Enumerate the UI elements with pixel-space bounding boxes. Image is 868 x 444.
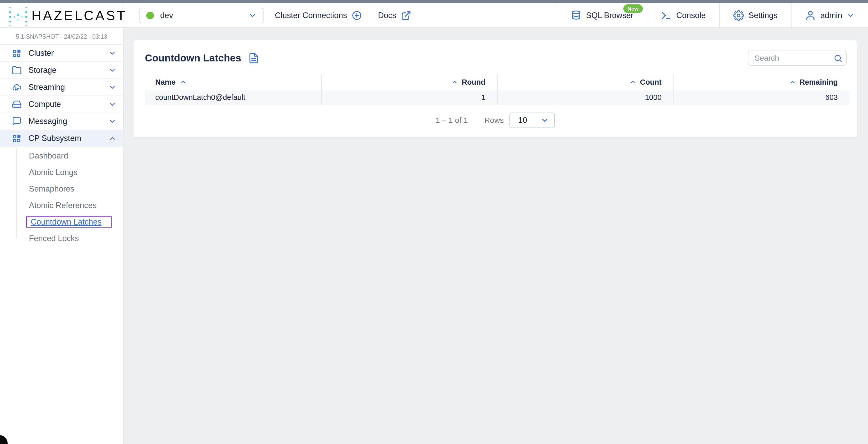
version-label: 5.1-SNAPSHOT - 24/02/22 - 03:13 (0, 28, 123, 45)
page-title: Countdown Latches (145, 53, 241, 64)
subitem-label: Fenced Locks (29, 234, 79, 243)
sort-asc-icon (451, 79, 458, 86)
table-header-row: Name Round Count Remaining (145, 74, 850, 90)
table-row[interactable]: countDownLatch0@default 1 1000 603 (145, 90, 850, 105)
subitem-label: Semaphores (29, 184, 74, 194)
sidebar-item-cluster[interactable]: Cluster (0, 45, 123, 62)
cp-subsystem-submenu: Dashboard Atomic Longs Semaphores Atomic… (0, 147, 123, 247)
chat-bubble-icon (12, 116, 22, 126)
settings-button[interactable]: Settings (719, 3, 791, 27)
grid-icon (12, 133, 22, 143)
sidebar-item-messaging[interactable]: Messaging (0, 113, 123, 130)
add-cluster-connection-icon[interactable] (351, 10, 362, 21)
sidebar-item-cp-subsystem[interactable]: CP Subsystem (0, 130, 123, 147)
column-header-round[interactable]: Round (321, 74, 497, 90)
cluster-status-dot (146, 12, 154, 20)
sidebar-subitem-countdown-latches[interactable]: Countdown Latches (0, 214, 123, 230)
sort-asc-icon (180, 79, 187, 86)
subitem-label: Atomic References (29, 201, 97, 210)
main-content: Countdown Latches Name Round (123, 28, 868, 444)
settings-label: Settings (749, 11, 778, 20)
sidebar-item-storage[interactable]: Storage (0, 62, 123, 79)
chevron-down-icon (108, 66, 116, 74)
external-link-icon (401, 10, 411, 21)
cluster-connections-link[interactable]: Cluster Connections (275, 10, 362, 21)
cluster-connections-label: Cluster Connections (275, 11, 347, 20)
cell-name: countDownLatch0@default (145, 90, 321, 105)
chevron-down-icon (108, 83, 116, 91)
sort-asc-icon (629, 79, 636, 86)
terminal-icon (661, 10, 672, 21)
cell-count: 1000 (497, 90, 674, 105)
chevron-down-icon (248, 11, 257, 20)
user-menu[interactable]: admin (791, 3, 868, 27)
sidebar-item-streaming[interactable]: Streaming (0, 79, 123, 96)
column-label: Round (462, 78, 486, 87)
chevron-down-icon (108, 100, 116, 108)
sql-browser-button[interactable]: SQL Browser New (557, 3, 647, 27)
column-header-remaining[interactable]: Remaining (674, 74, 850, 90)
column-label: Count (640, 78, 661, 87)
window-top-bar (0, 0, 868, 3)
hazelcast-logo-icon (7, 4, 29, 27)
cluster-selector-value: dev (160, 11, 173, 20)
logo-text: HAZELCAST (32, 8, 127, 23)
countdown-latches-card: Countdown Latches Name Round (133, 40, 857, 137)
rows-per-page-value: 10 (518, 116, 527, 125)
cell-round: 1 (321, 90, 497, 105)
search-icon[interactable] (834, 54, 842, 63)
console-label: Console (676, 11, 706, 20)
subitem-label: Dashboard (29, 151, 68, 161)
cell-remaining: 603 (674, 90, 850, 105)
sidebar-subitem-semaphores[interactable]: Semaphores (0, 181, 123, 197)
console-button[interactable]: Console (647, 3, 719, 27)
chevron-down-icon (847, 12, 855, 20)
hard-drive-icon (12, 99, 22, 109)
submenu-indent-guide (16, 148, 17, 239)
docs-label: Docs (378, 11, 396, 20)
pagination-range-label: 1 – 1 of 1 (436, 116, 468, 125)
search-box (748, 50, 846, 66)
chevron-up-icon (108, 135, 116, 142)
cloud-streaming-icon (12, 82, 22, 92)
rows-per-page-select[interactable]: 10 (509, 112, 555, 128)
column-label: Remaining (800, 78, 838, 87)
column-header-name[interactable]: Name (145, 74, 321, 90)
sidebar-subitem-dashboard[interactable]: Dashboard (0, 148, 123, 164)
column-header-count[interactable]: Count (497, 74, 674, 90)
new-badge: New (623, 4, 643, 13)
chevron-down-icon (108, 117, 116, 125)
sidebar-subitem-atomic-references[interactable]: Atomic References (0, 197, 123, 214)
sidebar-item-label: Streaming (28, 82, 65, 92)
sidebar-subitem-fenced-locks[interactable]: Fenced Locks (0, 230, 123, 247)
chevron-down-icon (108, 49, 116, 57)
chevron-down-icon (540, 116, 549, 125)
username-label: admin (820, 11, 842, 20)
header-actions: SQL Browser New Console Settings admin (557, 3, 868, 27)
subitem-label-active: Countdown Latches (31, 217, 101, 227)
search-input[interactable] (748, 50, 846, 66)
docs-link[interactable]: Docs (378, 10, 411, 21)
user-icon (805, 10, 816, 21)
gear-icon (733, 10, 744, 21)
sidebar-item-label: CP Subsystem (28, 134, 81, 143)
column-label: Name (155, 78, 176, 87)
sidebar-subitem-atomic-longs[interactable]: Atomic Longs (0, 164, 123, 181)
app-header: HAZELCAST dev Cluster Connections Docs S… (0, 3, 868, 28)
sidebar: 5.1-SNAPSHOT - 24/02/22 - 03:13 Cluster … (0, 28, 123, 444)
active-subitem-outline[interactable]: Countdown Latches (26, 216, 112, 228)
cluster-selector-dropdown[interactable]: dev (140, 8, 264, 23)
sort-asc-icon (789, 79, 796, 86)
pagination: 1 – 1 of 1 Rows 10 (133, 112, 857, 128)
grid-icon (12, 48, 22, 58)
folder-icon (12, 65, 22, 75)
subitem-label: Atomic Longs (29, 168, 78, 177)
rows-label: Rows (485, 116, 504, 125)
documentation-icon[interactable] (248, 53, 259, 64)
sidebar-item-compute[interactable]: Compute (0, 96, 123, 113)
sidebar-item-label: Compute (28, 100, 61, 109)
sidebar-item-label: Cluster (28, 48, 54, 58)
database-icon (571, 10, 582, 21)
sidebar-item-label: Storage (28, 66, 57, 75)
sidebar-item-label: Messaging (28, 117, 67, 126)
